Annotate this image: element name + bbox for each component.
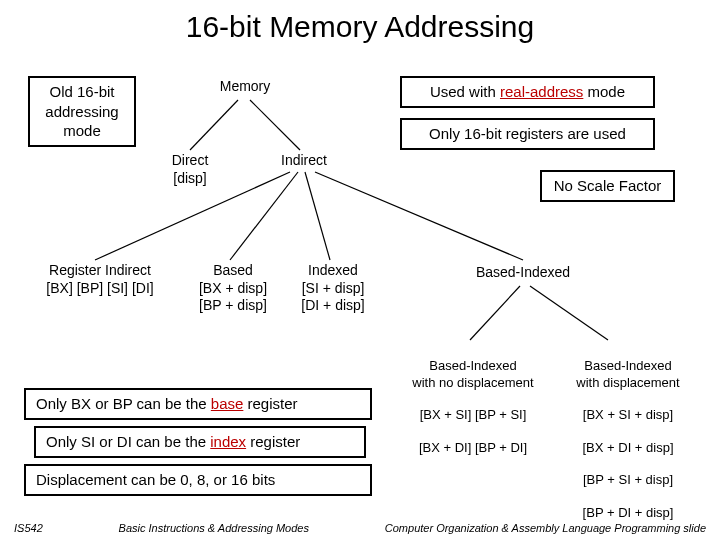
node-reg-indirect: Register Indirect [BX] [BP] [SI] [DI]: [20, 262, 180, 297]
node-bi-disp-e3: [BP + DI + disp]: [563, 505, 693, 521]
node-indexed-label: Indexed: [288, 262, 378, 280]
svg-line-0: [190, 100, 238, 150]
node-direct: Direct [disp]: [158, 152, 222, 187]
node-indexed-e0: [SI + disp]: [288, 280, 378, 298]
base-red: base: [211, 395, 244, 412]
page-title: 16-bit Memory Addressing: [0, 0, 720, 62]
node-bi-nodisp-label: Based-Indexed with no displacement: [398, 358, 548, 391]
index-post: register: [246, 433, 300, 450]
node-reg-indirect-label: Register Indirect: [20, 262, 180, 280]
box-no-scale: No Scale Factor: [540, 170, 675, 202]
used-with-post: mode: [583, 83, 625, 100]
used-with-pre: Used with: [430, 83, 500, 100]
node-based: Based [BX + disp] [BP + disp]: [188, 262, 278, 315]
node-indexed: Indexed [SI + disp] [DI + disp]: [288, 262, 378, 315]
node-indirect: Indirect: [272, 152, 336, 170]
box-only16: Only 16-bit registers are used: [400, 118, 655, 150]
node-bi-disp-label: Based-Indexed with displacement: [563, 358, 693, 391]
svg-line-5: [315, 172, 523, 260]
node-bi-nodisp-e1: [BX + DI] [BP + DI]: [398, 440, 548, 456]
base-pre: Only BX or BP can be the: [36, 395, 211, 412]
footer-left: IS542: [14, 522, 43, 534]
box-old-mode: Old 16-bit addressing mode: [28, 76, 136, 147]
node-direct-label: Direct: [158, 152, 222, 170]
node-bi-disp: Based-Indexed with displacement [BX + SI…: [563, 342, 693, 537]
index-pre: Only SI or DI can be the: [46, 433, 210, 450]
svg-line-1: [250, 100, 300, 150]
node-based-label: Based: [188, 262, 278, 280]
box-used-with: Used with real-address mode: [400, 76, 655, 108]
node-bi-nodisp: Based-Indexed with no displacement [BX +…: [398, 342, 548, 472]
node-indexed-e1: [DI + disp]: [288, 297, 378, 315]
slide-footer: IS542 Basic Instructions & Addressing Mo…: [0, 522, 720, 534]
node-reg-indirect-expr: [BX] [BP] [SI] [DI]: [20, 280, 180, 298]
node-memory: Memory: [210, 78, 280, 96]
node-bi-disp-e2: [BP + SI + disp]: [563, 472, 693, 488]
node-based-indexed: Based-Indexed: [468, 264, 578, 282]
node-based-e1: [BP + disp]: [188, 297, 278, 315]
footer-right: Computer Organization & Assembly Languag…: [385, 522, 706, 534]
base-post: register: [243, 395, 297, 412]
used-with-red: real-address: [500, 83, 583, 100]
node-direct-expr: [disp]: [158, 170, 222, 188]
footer-center: Basic Instructions & Addressing Modes: [119, 522, 309, 534]
box-base-reg: Only BX or BP can be the base register: [24, 388, 372, 420]
box-disp: Displacement can be 0, 8, or 16 bits: [24, 464, 372, 496]
node-bi-disp-e0: [BX + SI + disp]: [563, 407, 693, 423]
svg-line-6: [470, 286, 520, 340]
node-bi-nodisp-e0: [BX + SI] [BP + SI]: [398, 407, 548, 423]
index-red: index: [210, 433, 246, 450]
node-based-e0: [BX + disp]: [188, 280, 278, 298]
svg-line-3: [230, 172, 298, 260]
svg-line-4: [305, 172, 330, 260]
node-bi-disp-e1: [BX + DI + disp]: [563, 440, 693, 456]
svg-line-7: [530, 286, 608, 340]
box-index-reg: Only SI or DI can be the index register: [34, 426, 366, 458]
